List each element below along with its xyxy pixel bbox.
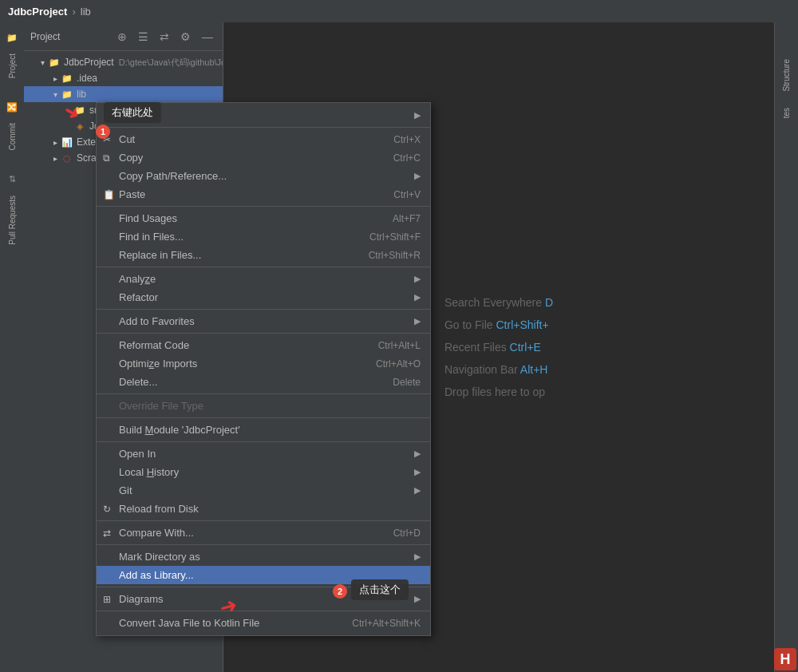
menu-label-find-in-files: Find in Files... [119,231,354,243]
menu-item-delete[interactable]: Delete... Delete [97,373,430,391]
menu-item-reformat[interactable]: Reformat Code Ctrl+Alt+L [97,336,430,354]
menu-item-find-in-files[interactable]: Find in Files... Ctrl+Shift+F [97,227,430,246]
menu-arrow-add-favorites: ▶ [414,316,421,326]
paste-icon: 📋 [103,189,115,200]
menu-label-delete: Delete... [119,376,377,388]
menu-item-mark-dir[interactable]: Mark Directory as ▶ [97,547,430,566]
tree-arrow-root: ▾ [37,58,48,67]
menu-shortcut-delete: Delete [393,377,421,388]
ext-icon: 📊 [61,136,73,148]
menu-sep-8 [97,441,430,442]
title-bar: JdbcProject › lib [0,0,798,22]
menu-item-analyze[interactable]: Analyze ▶ [97,270,430,288]
folder-icon-lib: 📁 [61,88,73,101]
menu-item-copy-path[interactable]: Copy Path/Reference... ▶ [97,167,430,185]
menu-label-mark-dir: Mark Directory as [119,551,408,563]
annotation-tooltip-2: 点击这个 [351,579,409,600]
menu-label-git: Git [119,484,408,496]
menu-sep-6 [97,393,430,394]
right-icon-tes[interactable]: tes [782,103,791,123]
compare-icon: ⇄ [103,528,111,539]
menu-arrow-git: ▶ [414,485,421,496]
toolbar-btn-close[interactable]: — [199,29,216,45]
menu-sep-3 [97,267,430,267]
menu-label-replace-in-files: Replace in Files... [119,249,353,261]
menu-item-local-history[interactable]: Local History ▶ [97,463,430,481]
tree-label-lib: lib [77,89,86,100]
menu-label-find-usages: Find Usages [119,212,377,224]
toolbar-btn-3[interactable]: ⇄ [156,29,172,45]
toolbar-btn-2[interactable]: ☰ [135,29,152,45]
menu-item-reload[interactable]: ↻ Reload from Disk [97,500,430,518]
project-icon: 📁 [6,33,18,43]
menu-shortcut-convert-kotlin: Ctrl+Alt+Shift+K [352,618,421,629]
tree-arrow-lib: ▾ [49,90,61,99]
menu-sep-5 [97,333,430,334]
menu-item-compare[interactable]: ⇄ Compare With... Ctrl+D [97,524,430,542]
menu-item-find-usages[interactable]: Find Usages Alt+F7 [97,209,430,227]
tree-item-root[interactable]: ▾ 📁 JdbcProject D:\gtee\Java\代码\github\J… [24,54,223,70]
menu-shortcut-cut: Ctrl+X [393,134,421,145]
menu-arrow-copy-path: ▶ [414,171,421,181]
menu-item-paste[interactable]: 📋 Paste Ctrl+V [97,185,430,204]
sidebar-icon-project[interactable]: 📁 [1,26,23,49]
tree-item-idea[interactable]: ▸ 📁 .idea [24,70,223,86]
toolbar-btn-settings[interactable]: ⚙ [177,29,194,45]
menu-item-cut[interactable]: ✂ Cut Ctrl+X [97,130,430,148]
tree-item-lib[interactable]: ▾ 📁 lib [24,86,223,102]
menu-item-copy[interactable]: ⧉ Copy Ctrl+C [97,148,430,167]
tree-arrow-external: ▸ [49,138,61,147]
sidebar-icon-pullreq[interactable]: ⇅ [1,168,23,191]
sidebar-label-pullreq: Pull Requests [8,196,17,245]
menu-shortcut-optimize: Ctrl+Alt+O [376,358,421,370]
file-icon-iml: ◈ [73,120,86,132]
tree-path: D:\gtee\Java\代码\github\JdbcProject [119,57,223,69]
menu-shortcut-reformat: Ctrl+Alt+L [378,340,421,351]
menu-shortcut-copy: Ctrl+C [393,152,421,164]
menu-shortcut-find-in-files: Ctrl+Shift+F [369,231,421,243]
hint-shortcut-nav: Alt+H [520,363,548,376]
menu-item-build-module[interactable]: Build Module 'JdbcProject' [97,421,430,439]
menu-label-new: New [119,109,408,121]
right-icon-structure[interactable]: Structure [782,54,791,97]
hint-goto: Go to File Ctrl+Shift+ [444,314,553,336]
tree-arrow-scratch: ▸ [49,154,61,163]
menu-label-compare: Compare With... [119,527,377,539]
pullreq-icon: ⇅ [9,174,16,184]
menu-sep-1 [97,127,430,128]
menu-arrow-mark-dir: ▶ [414,551,421,562]
menu-label-open-in: Open In [119,448,408,460]
left-sidebar-icons: 📁 Project 🔀 Commit ⇅ Pull Requests [0,22,24,672]
menu-item-refactor[interactable]: Refactor ▶ [97,288,430,306]
menu-shortcut-replace-in-files: Ctrl+Shift+R [369,250,421,261]
menu-item-convert-kotlin[interactable]: Convert Java File to Kotlin File Ctrl+Al… [97,614,430,632]
tree-arrow-idea: ▸ [49,74,61,83]
menu-sep-7 [97,417,430,418]
sidebar-toolbar-title: Project [30,31,109,42]
sidebar-label-project: Project [8,53,17,78]
tooltip-text-2: 点击这个 [359,583,401,595]
toolbar-btn-1[interactable]: ⊕ [114,29,130,45]
menu-item-open-in[interactable]: Open In ▶ [97,445,430,463]
menu-label-reformat: Reformat Code [119,339,362,351]
menu-arrow-new: ▶ [414,110,421,121]
annotation-tooltip-1: 右键此处 [104,102,161,123]
menu-item-git[interactable]: Git ▶ [97,481,430,500]
sidebar-icon-commit[interactable]: 🔀 [1,96,23,118]
hint-text-area: Search Everywhere D Go to File Ctrl+Shif… [444,291,553,403]
menu-item-replace-in-files[interactable]: Replace in Files... Ctrl+Shift+R [97,246,430,264]
sidebar-toolbar: Project ⊕ ☰ ⇄ ⚙ — [24,22,223,51]
folder-icon-idea: 📁 [61,72,73,85]
tooltip-text-1: 右键此处 [112,106,153,118]
menu-item-optimize[interactable]: Optimize Imports Ctrl+Alt+O [97,354,430,373]
menu-arrow-open-in: ▶ [414,449,421,459]
menu-label-paste: Paste [119,188,377,200]
menu-label-reload: Reload from Disk [119,503,421,515]
menu-label-refactor: Refactor [119,291,408,303]
menu-label-override: Override File Type [119,400,421,412]
menu-label-copy: Copy [119,152,377,164]
menu-item-add-favorites[interactable]: Add to Favorites ▶ [97,312,430,330]
copy-icon: ⧉ [103,152,110,164]
watermark: H [774,648,796,670]
title-project: JdbcProject [8,6,67,18]
